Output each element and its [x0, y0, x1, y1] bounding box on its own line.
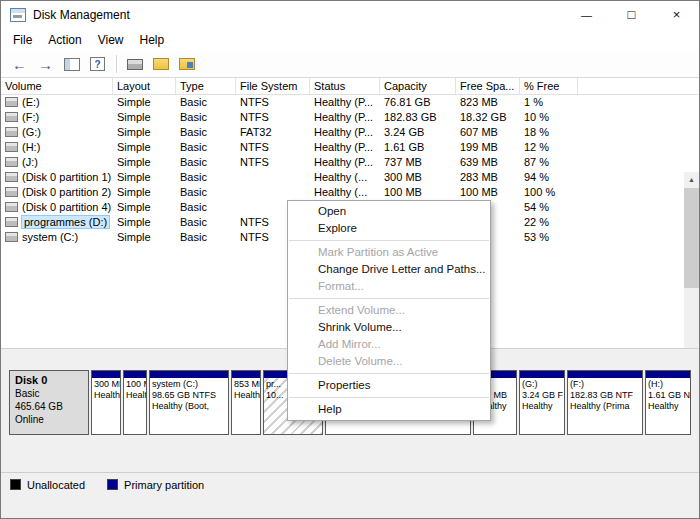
- cell-pct-free: 87 %: [520, 155, 578, 170]
- col-header-status[interactable]: Status: [310, 78, 380, 94]
- cell-capacity: 1.61 GB: [380, 140, 456, 155]
- cell-free-space: 199 MB: [456, 140, 520, 155]
- cell-volume: programmes (D:): [1, 215, 113, 230]
- partition-label: 100 MBHealthy (: [124, 378, 146, 402]
- col-header-layout[interactable]: Layout: [113, 78, 176, 94]
- cell-status: Healthy (P...: [310, 95, 380, 110]
- menu-separator: [289, 397, 489, 398]
- cell-type: Basic: [176, 170, 236, 185]
- volume-icon: [5, 112, 18, 122]
- col-header-volume[interactable]: Volume: [1, 78, 113, 94]
- menu-item-delete-volume: Delete Volume...: [288, 353, 490, 370]
- col-header-file-system[interactable]: File System: [236, 78, 310, 94]
- partition-label: (F:)182.83 GB NTFHealthy (Prima: [568, 378, 642, 413]
- col-header-free-space[interactable]: Free Spa...: [456, 78, 520, 94]
- menu-item-change-drive-letter-and-paths[interactable]: Change Drive Letter and Paths...: [288, 261, 490, 278]
- maximize-button[interactable]: □: [609, 1, 654, 29]
- primary-partition-swatch: [107, 479, 118, 490]
- cell-free-space: 639 MB: [456, 155, 520, 170]
- menu-action[interactable]: Action: [40, 29, 89, 51]
- menu-view[interactable]: View: [90, 29, 132, 51]
- scrollbar-thumb[interactable]: [684, 188, 699, 288]
- cell-volume: (J:): [1, 155, 113, 170]
- show-console-tree-button[interactable]: [59, 53, 84, 76]
- menu-file[interactable]: File: [5, 29, 40, 51]
- volume-icon: [5, 217, 18, 227]
- help-icon: ?: [90, 57, 105, 71]
- col-header-capacity[interactable]: Capacity: [380, 78, 456, 94]
- volume-icon: [5, 97, 18, 107]
- cell-volume: system (C:): [1, 230, 113, 245]
- legend-unallocated-label: Unallocated: [27, 479, 85, 491]
- forward-button[interactable]: →: [33, 53, 58, 76]
- legend-item-unallocated: Unallocated: [10, 479, 85, 491]
- views-button[interactable]: [174, 53, 199, 76]
- menubar: File Action View Help: [1, 29, 699, 51]
- disk-list-button[interactable]: [122, 53, 147, 76]
- cell-volume: (G:): [1, 125, 113, 140]
- refresh-button[interactable]: [148, 53, 173, 76]
- cell-status: Healthy (P...: [310, 155, 380, 170]
- unallocated-swatch: [10, 479, 21, 490]
- disk-size: 465.64 GB: [15, 400, 83, 413]
- partition-block[interactable]: 100 MBHealthy (: [123, 370, 147, 435]
- scroll-up-icon[interactable]: ▲: [684, 172, 699, 188]
- partition-block[interactable]: (H:)1.61 GB NHealthy: [645, 370, 691, 435]
- cell-layout: Simple: [113, 95, 176, 110]
- legend: Unallocated Primary partition: [1, 472, 699, 496]
- cell-status: Healthy (...: [310, 170, 380, 185]
- back-icon: ←: [12, 57, 27, 72]
- cell-layout: Simple: [113, 140, 176, 155]
- disk-info-box[interactable]: Disk 0 Basic 465.64 GB Online: [9, 370, 89, 435]
- partition-block[interactable]: system (C:)98.65 GB NTFSHealthy (Boot,: [149, 370, 229, 435]
- titlebar: Disk Management — □ ×: [1, 1, 699, 29]
- cell-capacity: 737 MB: [380, 155, 456, 170]
- partition-block[interactable]: (G:)3.24 GB FHealthy: [519, 370, 565, 435]
- cell-capacity: 3.24 GB: [380, 125, 456, 140]
- cell-capacity: 100 MB: [380, 185, 456, 200]
- back-button[interactable]: ←: [7, 53, 32, 76]
- partition-block[interactable]: 853 MBHealthy (: [231, 370, 261, 435]
- disk-icon: [127, 59, 143, 70]
- close-button[interactable]: ×: [654, 1, 699, 29]
- volume-icon: [5, 157, 18, 167]
- partition-block[interactable]: (F:)182.83 GB NTFHealthy (Prima: [567, 370, 643, 435]
- volume-icon: [5, 172, 18, 182]
- menu-separator: [289, 373, 489, 374]
- help-button[interactable]: ?: [85, 53, 110, 76]
- cell-file-system: [236, 170, 310, 185]
- menu-item-shrink-volume[interactable]: Shrink Volume...: [288, 319, 490, 336]
- cell-type: Basic: [176, 155, 236, 170]
- cell-volume: (Disk 0 partition 4): [1, 200, 113, 215]
- col-header-type[interactable]: Type: [176, 78, 236, 94]
- table-row[interactable]: (E:)SimpleBasicNTFSHealthy (P...76.81 GB…: [1, 95, 684, 110]
- menu-item-properties[interactable]: Properties: [288, 377, 490, 394]
- partition-label: (H:)1.61 GB NHealthy: [646, 378, 690, 413]
- toolbar: ← → ?: [1, 51, 699, 78]
- cell-layout: Simple: [113, 170, 176, 185]
- volume-icon: [5, 127, 18, 137]
- folder-views-icon: [179, 58, 195, 70]
- col-header-pct-free[interactable]: % Free: [520, 78, 578, 94]
- menu-item-open[interactable]: Open: [288, 203, 490, 220]
- partition-block[interactable]: 300 MBHealthy (: [91, 370, 121, 435]
- console-tree-icon: [64, 58, 80, 71]
- legend-primary-label: Primary partition: [124, 479, 204, 491]
- menu-item-explore[interactable]: Explore: [288, 220, 490, 237]
- menu-item-help[interactable]: Help: [288, 401, 490, 418]
- table-row[interactable]: (G:)SimpleBasicFAT32Healthy (P...3.24 GB…: [1, 125, 684, 140]
- cell-pct-free: 94 %: [520, 170, 578, 185]
- table-row[interactable]: (H:)SimpleBasicNTFSHealthy (P...1.61 GB1…: [1, 140, 684, 155]
- cell-type: Basic: [176, 215, 236, 230]
- volume-icon: [5, 142, 18, 152]
- table-row[interactable]: (Disk 0 partition 2)SimpleBasicHealthy (…: [1, 185, 684, 200]
- table-row[interactable]: (J:)SimpleBasicNTFSHealthy (P...737 MB63…: [1, 155, 684, 170]
- menu-help[interactable]: Help: [132, 29, 173, 51]
- cell-volume: (Disk 0 partition 2): [1, 185, 113, 200]
- menu-item-format: Format...: [288, 278, 490, 295]
- cell-file-system: NTFS: [236, 110, 310, 125]
- table-row[interactable]: (Disk 0 partition 1)SimpleBasicHealthy (…: [1, 170, 684, 185]
- cell-free-space: 607 MB: [456, 125, 520, 140]
- table-row[interactable]: (F:)SimpleBasicNTFSHealthy (P...182.83 G…: [1, 110, 684, 125]
- minimize-button[interactable]: —: [564, 1, 609, 29]
